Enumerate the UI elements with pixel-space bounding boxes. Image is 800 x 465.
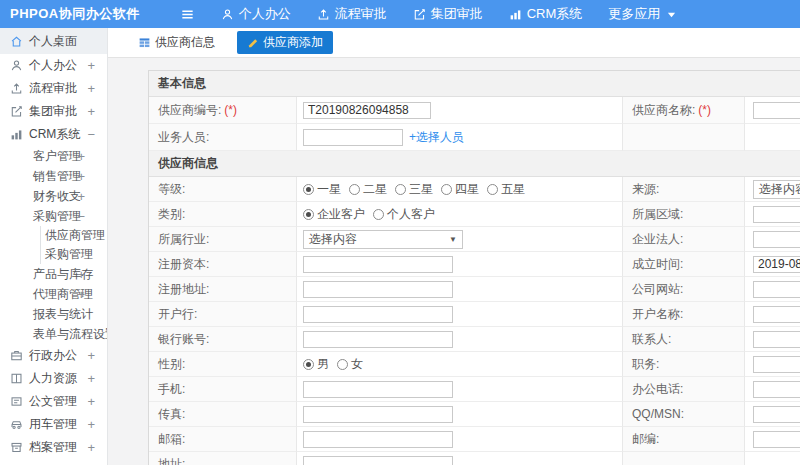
radio-button[interactable] [349,184,360,195]
topnav-item[interactable]: 个人办公 [221,5,291,23]
choose-person-link[interactable]: +选择人员 [409,129,464,146]
text-input[interactable] [753,281,800,298]
field-label: 联系人: [623,327,745,352]
expand-plus-icon[interactable]: + [87,371,95,386]
sidebar-item[interactable]: 档案管理+ [0,436,107,459]
field-label-text: 所属行业: [158,231,209,248]
sidebar-item[interactable]: 客户管理+ [0,146,107,166]
form-section: 基本信息供应商编号:(*)供应商名称:(*)业务人员:+选择人员 [149,71,800,151]
text-input[interactable] [753,331,800,348]
field-label: 供应商编号:(*) [149,97,297,124]
sidebar-item[interactable]: CRM系统− [0,123,107,146]
field-label-text: 来源: [632,181,659,198]
tab-active[interactable]: 供应商添加 [237,31,333,54]
collapse-minus-icon[interactable]: − [87,127,95,142]
table-icon [138,36,151,49]
expand-plus-icon[interactable]: + [87,417,95,432]
sidebar-item[interactable]: 个人办公+ [0,54,107,77]
text-input[interactable] [303,456,453,465]
field-label: 邮编: [623,427,745,452]
car-icon [10,418,23,431]
text-input[interactable] [303,431,453,448]
expand-plus-icon[interactable]: + [87,58,95,73]
text-input[interactable] [303,381,453,398]
text-input[interactable] [303,306,453,323]
radio-button[interactable] [395,184,406,195]
expand-plus-icon[interactable]: + [77,287,85,302]
expand-plus-icon[interactable]: + [87,348,95,363]
text-input[interactable] [303,331,453,348]
text-input[interactable] [753,406,800,423]
topnav-item[interactable]: CRM系统 [509,5,583,23]
sidebar-item[interactable]: 销售管理+ [0,166,107,186]
field-label-text: 公司网站: [632,281,683,298]
field-label: 银行账号: [149,327,297,352]
text-input[interactable] [753,431,800,448]
radio-button[interactable] [303,209,314,220]
field-label-text: 邮箱: [158,431,185,448]
field-value-cell: 选择内容▼ [745,177,800,202]
field-value-cell [297,277,623,302]
expand-plus-icon[interactable]: + [87,394,95,409]
field-label-text: 地址: [158,456,185,465]
text-input[interactable] [753,306,800,323]
expand-plus-icon[interactable]: + [77,149,85,164]
sidebar-item[interactable]: 财务收支+ [0,186,107,206]
sidebar-item-label: 客户管理 [33,148,81,165]
expand-plus-icon[interactable]: + [77,169,85,184]
text-input[interactable] [753,381,800,398]
text-input[interactable] [303,406,453,423]
radio-button[interactable] [373,209,384,220]
sidebar-item[interactable]: 行政办公+ [0,344,107,367]
text-input[interactable] [753,356,800,373]
field-label-text: 性别: [158,356,185,373]
radio-button[interactable] [303,184,314,195]
text-input[interactable] [753,206,800,223]
sidebar-item-label: 报表与统计 [33,306,93,323]
sidebar-item[interactable]: 用车管理+ [0,413,107,436]
radio-button[interactable] [337,359,348,370]
top-nav: 个人办公流程审批集团审批CRM系统更多应用 [195,5,677,23]
expand-plus-icon[interactable]: + [87,104,95,119]
text-input[interactable] [753,102,800,119]
tab-inactive[interactable]: 供应商信息 [130,31,223,54]
sidebar-item[interactable]: 公文管理+ [0,390,107,413]
radio-button[interactable] [303,359,314,370]
topnav-item[interactable]: 流程审批 [317,5,387,23]
sidebar-item[interactable]: 采购管理− [0,206,107,226]
topnav-item-label: 个人办公 [239,5,291,23]
text-input[interactable] [303,281,453,298]
radio-button[interactable] [487,184,498,195]
sidebar-item[interactable]: 表单与流程设置+ [0,324,107,344]
sidebar-item[interactable]: 人力资源+ [0,367,107,390]
sidebar-item[interactable]: 代理商管理+ [0,284,107,304]
field-label: 手机: [149,377,297,402]
field-label-text: 注册地址: [158,281,209,298]
radio-button[interactable] [441,184,452,195]
field-value-cell [745,97,800,124]
text-input[interactable] [303,102,431,119]
topnav-item[interactable]: 集团审批 [413,5,483,23]
expand-plus-icon[interactable]: + [77,189,85,204]
sidebar-item[interactable]: 产品与库存+ [0,264,107,284]
sidebar-item[interactable]: 报表与统计 [0,304,107,324]
sidebar-item[interactable]: 流程审批+ [0,77,107,100]
collapse-minus-icon[interactable]: − [77,209,85,224]
expand-plus-icon[interactable]: + [77,267,85,282]
expand-plus-icon[interactable]: + [87,81,95,96]
field-label-text: 供应商编号: [158,102,221,119]
topnav-item[interactable]: 更多应用 [608,5,676,23]
expand-plus-icon[interactable]: + [87,440,95,455]
text-input[interactable] [753,256,800,273]
text-input[interactable] [303,256,453,273]
sidebar-item[interactable]: 供应商管理 [0,226,107,245]
form-row: 等级:一星二星三星四星五星来源:选择内容▼ [149,177,800,202]
hamburger-icon[interactable] [180,7,195,22]
sidebar-item[interactable]: 个人桌面 [0,28,107,54]
sidebar-item[interactable]: 集团审批+ [0,100,107,123]
text-input[interactable] [303,129,403,146]
select-dropdown[interactable]: 选择内容▼ [303,230,463,249]
text-input[interactable] [753,231,800,248]
sidebar-item[interactable]: 采购管理 [0,245,107,264]
select-dropdown[interactable]: 选择内容▼ [753,180,800,199]
